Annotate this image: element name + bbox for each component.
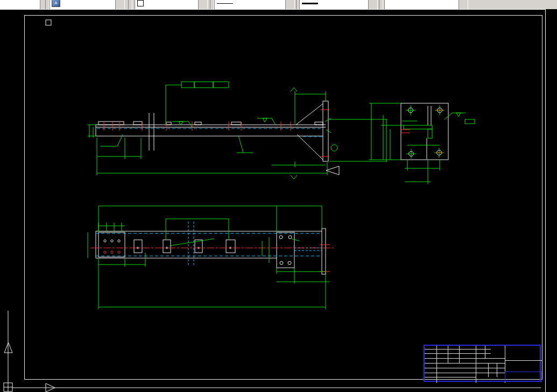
linetype-control-combo[interactable]: [214, 0, 295, 9]
view-section: [369, 103, 475, 184]
linetype-sample-icon: [217, 3, 233, 4]
dimension-lines-front: [88, 91, 387, 175]
toolbar-separator: [128, 0, 132, 9]
toolbar-separator: [210, 0, 214, 9]
color-swatch-icon: [137, 0, 144, 6]
title-block: [424, 345, 541, 382]
chevron-down-icon: [459, 0, 468, 9]
weld-symbol: [172, 118, 276, 127]
paper-border: [25, 16, 542, 380]
weld-symbol: [445, 113, 475, 124]
chevron-down-icon[interactable]: [115, 0, 124, 9]
dimension-lines-section: [369, 103, 440, 184]
view-plan: [88, 206, 334, 309]
text-style-icon: A: [52, 0, 60, 7]
drawing-number-cell: [505, 372, 542, 382]
chevron-down-icon[interactable]: [368, 0, 377, 9]
chevron-down-icon[interactable]: [285, 0, 294, 9]
window-border-top: [0, 9, 546, 10]
toolbar-separator: [45, 0, 50, 9]
color-control-combo[interactable]: [135, 0, 208, 9]
dimension-lines-plan: [88, 206, 329, 309]
chevron-down-icon[interactable]: [198, 0, 207, 9]
dim-style-combo[interactable]: [0, 0, 50, 9]
lineweight-sample-icon: [302, 3, 318, 4]
datum-feature-frame: [166, 82, 229, 125]
text-style-combo[interactable]: A: [50, 0, 125, 9]
hole-centerlines: [406, 105, 445, 159]
weld-tick-marks: [104, 110, 329, 156]
drawing-viewport[interactable]: [0, 10, 557, 392]
toolbar-separator: [379, 0, 383, 9]
lineweight-control-combo[interactable]: [299, 0, 378, 9]
window-border-right: [545, 9, 546, 392]
drawing-canvas[interactable]: [0, 10, 557, 392]
view-front: [88, 82, 387, 179]
plot-style-combo: [384, 0, 468, 9]
properties-toolbar: A: [0, 0, 557, 9]
